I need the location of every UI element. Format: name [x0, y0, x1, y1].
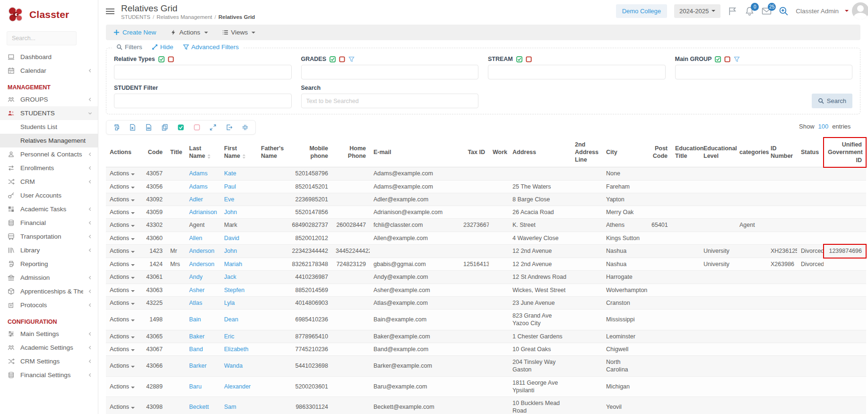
search-button[interactable]: Search: [812, 94, 852, 108]
last_name-link[interactable]: Asher: [189, 287, 205, 293]
sidebar-item-admission[interactable]: Admission: [0, 271, 98, 285]
filter-grades-input[interactable]: [301, 65, 479, 79]
sidebar-item-protocols[interactable]: Protocols: [0, 298, 98, 312]
first_name-link[interactable]: Dean: [224, 316, 238, 323]
first_name-link[interactable]: Stepfen: [224, 287, 244, 293]
row-actions-button[interactable]: Actions: [110, 261, 135, 267]
filter-search-input[interactable]: [301, 94, 479, 108]
sidebar-subitem-relatives-management[interactable]: Relatives Management: [0, 134, 98, 147]
last_name-link[interactable]: Beckett: [189, 404, 209, 410]
sort-arrows-icon[interactable]: [243, 154, 245, 159]
user-menu[interactable]: Classter Admin: [796, 2, 861, 19]
first_name-link[interactable]: Paul: [224, 183, 236, 190]
row-actions-button[interactable]: Actions: [110, 404, 135, 410]
page-size-select[interactable]: 100: [818, 123, 829, 130]
last_name-link[interactable]: Barker: [189, 362, 207, 369]
last_name-link[interactable]: Band: [189, 346, 203, 353]
row-actions-button[interactable]: Actions: [110, 170, 135, 177]
sidebar-item-calendar[interactable]: Calendar: [0, 64, 98, 78]
exclude-square-icon[interactable]: [724, 56, 730, 62]
sidebar-item-financial-settings[interactable]: Financial Settings: [0, 368, 98, 382]
row-actions-button[interactable]: Actions: [110, 274, 135, 280]
first_name-link[interactable]: Wanda: [224, 362, 243, 369]
include-check-icon[interactable]: [158, 56, 165, 62]
last_name-link[interactable]: Baru: [189, 383, 201, 390]
first_name-link[interactable]: Jack: [224, 274, 236, 280]
row-actions-button[interactable]: Actions: [110, 333, 135, 340]
exclude-square-icon[interactable]: [526, 56, 532, 62]
excel-export-icon[interactable]: [129, 124, 136, 131]
csv-export-icon[interactable]: [145, 124, 152, 131]
select-all-icon[interactable]: [177, 124, 184, 131]
row-actions-button[interactable]: Actions: [110, 300, 135, 306]
last_name-link[interactable]: Adrianison: [189, 209, 217, 216]
sidebar-item-transportation[interactable]: Transportation: [0, 230, 98, 243]
sidebar-item-groups[interactable]: GROUPS: [0, 93, 98, 106]
sidebar-item-personnel-contacts[interactable]: Personnel & Contacts: [0, 147, 98, 161]
flag-icon[interactable]: [728, 6, 738, 16]
row-actions-button[interactable]: Actions: [110, 346, 135, 353]
zoom-in-icon[interactable]: [779, 6, 789, 16]
menu-toggle-icon[interactable]: [106, 7, 114, 16]
exclude-square-icon[interactable]: [168, 56, 174, 62]
row-actions-button[interactable]: Actions: [110, 183, 135, 190]
funnel-filter-icon[interactable]: [734, 56, 740, 62]
notifications-bell-icon[interactable]: 0: [745, 6, 755, 16]
sidebar-item-academic-settings[interactable]: Academic Settings: [0, 341, 98, 354]
sidebar-item-dashboard[interactable]: Dashboard: [0, 50, 98, 64]
first_name-link[interactable]: Eve: [224, 196, 234, 203]
messages-envelope-icon[interactable]: 25: [762, 6, 772, 16]
last_name-link[interactable]: Adler: [189, 196, 203, 203]
print-icon[interactable]: [113, 124, 120, 131]
filter-main-group-input[interactable]: [675, 65, 853, 79]
expand-icon[interactable]: [209, 124, 217, 131]
first_name-link[interactable]: Alexander: [224, 383, 251, 390]
breadcrumb-students[interactable]: STUDENTS: [121, 14, 150, 20]
sidebar-item-students[interactable]: STUDENTS: [0, 106, 98, 120]
row-actions-button[interactable]: Actions: [110, 248, 135, 254]
filter-relative-types-input[interactable]: [114, 65, 292, 79]
sidebar-subitem-students-list[interactable]: Students List: [0, 120, 98, 134]
col-header-last-name[interactable]: Last Name: [185, 138, 220, 167]
sidebar-item-reporting[interactable]: Reporting: [0, 257, 98, 271]
last_name-link[interactable]: Adams: [189, 183, 208, 190]
first_name-link[interactable]: Eric: [224, 333, 234, 340]
first_name-link[interactable]: Lyla: [224, 300, 234, 306]
sidebar-item-apprenticeships-thesis[interactable]: Apprenticeships & Thesis: [0, 285, 98, 298]
row-actions-button[interactable]: Actions: [110, 362, 135, 369]
deselect-all-icon[interactable]: [193, 124, 200, 131]
copy-icon[interactable]: [161, 124, 168, 131]
first_name-link[interactable]: David: [224, 235, 239, 242]
sidebar-item-enrollments[interactable]: Enrollments: [0, 161, 98, 175]
row-actions-button[interactable]: Actions: [110, 222, 135, 228]
sidebar-item-academic-tasks[interactable]: Academic Tasks: [0, 202, 98, 216]
last_name-link[interactable]: Baker: [189, 333, 205, 340]
sidebar-search-input[interactable]: [7, 31, 77, 45]
institution-button[interactable]: Demo College: [616, 4, 667, 18]
create-new-button[interactable]: Create New: [113, 29, 156, 36]
advanced-filters-button[interactable]: Advanced Filters: [183, 43, 239, 51]
row-actions-button[interactable]: Actions: [110, 209, 135, 216]
filter-student-filter-input[interactable]: [114, 94, 292, 108]
first_name-link[interactable]: Kate: [224, 170, 236, 177]
sidebar-item-crm-settings[interactable]: CRM Settings: [0, 354, 98, 368]
col-header-first-name[interactable]: First Name: [220, 138, 257, 167]
first_name-link[interactable]: John: [224, 248, 237, 254]
academic-year-select[interactable]: 2024-2025: [674, 4, 720, 18]
last_name-link[interactable]: Anderson: [189, 248, 215, 254]
row-actions-button[interactable]: Actions: [110, 196, 135, 203]
export-icon[interactable]: [226, 124, 233, 131]
funnel-filter-icon[interactable]: [348, 56, 355, 62]
breadcrumb-relatives-management[interactable]: Relatives Management: [156, 14, 212, 20]
last_name-link[interactable]: Andy: [189, 274, 203, 280]
filter-stream-input[interactable]: [488, 65, 666, 79]
first_name-link[interactable]: John: [224, 209, 237, 216]
logo[interactable]: Classter: [0, 0, 98, 27]
hide-filters-button[interactable]: Hide: [152, 43, 174, 51]
first_name-link[interactable]: Mariah: [224, 261, 242, 267]
sort-arrows-icon[interactable]: [208, 154, 210, 159]
row-actions-button[interactable]: Actions: [110, 287, 135, 293]
actions-dropdown[interactable]: Actions: [170, 29, 208, 36]
first_name-link[interactable]: Sam: [224, 404, 236, 410]
last_name-link[interactable]: Atlas: [189, 300, 202, 306]
